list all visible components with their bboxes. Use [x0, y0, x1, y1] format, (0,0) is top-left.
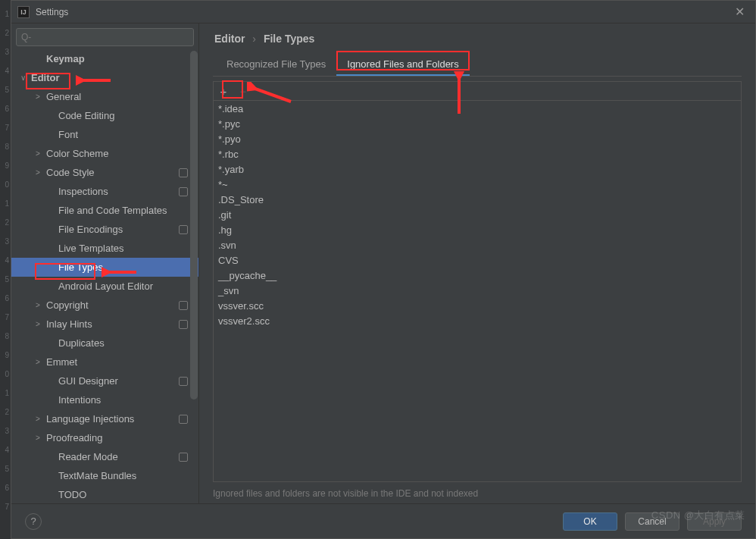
tab-recognized-file-types[interactable]: Recognized File Types	[216, 54, 336, 76]
scope-badge-icon	[179, 453, 188, 462]
sidebar-item-gui-designer[interactable]: GUI Designer	[11, 371, 198, 390]
scope-badge-icon	[179, 187, 188, 196]
search-input[interactable]	[16, 28, 194, 46]
remove-button[interactable]: −	[233, 82, 253, 100]
sidebar-item-label: Emmet	[46, 356, 77, 368]
sidebar-item-label: Keymap	[46, 53, 85, 64]
sidebar-item-label: Android Layout Editor	[58, 280, 153, 292]
chevron-right-icon: >	[36, 320, 46, 328]
sidebar-item-copyright[interactable]: >Copyright	[11, 296, 198, 315]
sidebar-item-label: GUI Designer	[58, 375, 118, 387]
tab-ignored-files-folders[interactable]: Ignored Files and Folders	[336, 54, 469, 76]
sidebar-item-label: Reader Mode	[58, 451, 118, 462]
sidebar-item-label: Inspections	[58, 186, 108, 197]
help-button[interactable]: ?	[25, 513, 42, 530]
sidebar-item-label: TextMate Bundles	[58, 470, 136, 481]
list-item[interactable]: *.yarb	[214, 161, 741, 177]
sidebar-item-proofreading[interactable]: >Proofreading	[11, 428, 198, 447]
close-icon[interactable]: ✕	[730, 3, 749, 20]
sidebar-item-emmet[interactable]: >Emmet	[11, 353, 198, 371]
chevron-right-icon: ›	[252, 33, 256, 45]
sidebar-item-general[interactable]: >General	[11, 87, 198, 106]
chevron-down-icon: ∨	[20, 74, 31, 82]
sidebar-item-code-style[interactable]: >Code Style	[11, 163, 198, 182]
sidebar-scrollbar[interactable]	[190, 51, 198, 400]
sidebar-item-android-layout-editor[interactable]: Android Layout Editor	[11, 277, 198, 296]
chevron-right-icon: >	[36, 415, 46, 423]
chevron-right-icon: >	[36, 301, 46, 309]
sidebar-item-file-types[interactable]: File Types	[11, 258, 198, 277]
list-item[interactable]: vssver.scc	[214, 298, 741, 313]
sidebar-item-reader-mode[interactable]: Reader Mode	[11, 447, 198, 466]
sidebar-item-label: Intentions	[58, 394, 101, 406]
list-item[interactable]: .git	[214, 207, 741, 222]
sidebar-item-language-injections[interactable]: >Language Injections	[11, 409, 198, 428]
sidebar-item-inspections[interactable]: Inspections	[11, 182, 198, 201]
sidebar-item-label: Duplicates	[58, 337, 105, 349]
breadcrumb: Editor › File Types	[214, 33, 742, 45]
sidebar-item-label: File and Code Templates	[58, 205, 167, 216]
sidebar-item-live-templates[interactable]: Live Templates	[11, 239, 198, 258]
list-item[interactable]: vssver2.scc	[214, 313, 741, 328]
ignored-toolbar: + −	[214, 82, 741, 101]
cancel-button[interactable]: Cancel	[625, 512, 679, 531]
scope-badge-icon	[179, 377, 188, 386]
sidebar-item-inlay-hints[interactable]: >Inlay Hints	[11, 315, 198, 334]
settings-main: Editor › File Types Recognized File Type…	[199, 24, 755, 503]
breadcrumb-root[interactable]: Editor	[214, 33, 245, 45]
list-item[interactable]: .hg	[214, 222, 741, 237]
scope-badge-icon	[179, 415, 188, 424]
ignored-hint: Ignored files and folders are not visibl…	[213, 488, 742, 499]
list-item[interactable]: CVS	[214, 252, 741, 268]
list-item[interactable]: .DS_Store	[214, 192, 741, 207]
chevron-right-icon: >	[36, 92, 46, 101]
settings-tree[interactable]: Keymap∨Editor>GeneralCode EditingFont>Co…	[11, 49, 198, 503]
sidebar-item-font[interactable]: Font	[11, 125, 198, 144]
list-item[interactable]: _svn	[214, 283, 741, 298]
sidebar-item-label: Copyright	[46, 299, 89, 311]
sidebar-item-label: Code Style	[46, 167, 95, 178]
sidebar-item-label: Color Scheme	[46, 148, 108, 159]
ignored-list[interactable]: *.idea*.pyc*.pyo*.rbc*.yarb*~.DS_Store.g…	[214, 101, 741, 481]
sidebar-item-label: Editor	[31, 72, 60, 83]
add-button[interactable]: +	[214, 82, 233, 100]
sidebar-item-duplicates[interactable]: Duplicates	[11, 334, 198, 353]
tab-bar: Recognized File Types Ignored Files and …	[213, 54, 742, 77]
list-item[interactable]: __pycache__	[214, 268, 741, 283]
sidebar-item-todo[interactable]: TODO	[11, 485, 198, 503]
sidebar-item-label: Proofreading	[46, 432, 102, 443]
ignored-panel: + − *.idea*.pyc*.pyo*.rbc*.yarb*~.DS_Sto…	[213, 81, 742, 482]
sidebar-item-label: Font	[58, 129, 78, 140]
list-item[interactable]: *.rbc	[214, 146, 741, 161]
sidebar-item-file-and-code-templates[interactable]: File and Code Templates	[11, 201, 198, 220]
apply-button[interactable]: Apply	[687, 512, 742, 531]
sidebar-item-label: Live Templates	[58, 243, 123, 254]
editor-gutter: 123456789012345678901234567	[0, 0, 11, 539]
scope-badge-icon	[179, 320, 188, 329]
sidebar-item-label: Inlay Hints	[46, 318, 92, 330]
sidebar-item-label: TODO	[58, 489, 86, 500]
window-title: Settings	[36, 7, 68, 17]
scope-badge-icon	[179, 168, 188, 177]
chevron-right-icon: >	[36, 149, 46, 158]
sidebar-item-color-scheme[interactable]: >Color Scheme	[11, 144, 198, 163]
list-item[interactable]: *.idea	[214, 101, 741, 116]
sidebar-item-code-editing[interactable]: Code Editing	[11, 106, 198, 125]
sidebar-item-label: File Encodings	[58, 224, 123, 235]
sidebar-item-textmate-bundles[interactable]: TextMate Bundles	[11, 466, 198, 485]
dialog-footer: ? OK Cancel Apply	[11, 503, 755, 538]
sidebar-item-keymap[interactable]: Keymap	[11, 49, 198, 68]
list-item[interactable]: .svn	[214, 237, 741, 252]
list-item[interactable]: *.pyc	[214, 116, 741, 131]
sidebar-item-editor[interactable]: ∨Editor	[11, 68, 198, 87]
app-icon: IJ	[17, 6, 30, 18]
list-item[interactable]: *.pyo	[214, 131, 741, 146]
list-item[interactable]: *~	[214, 177, 741, 192]
ok-button[interactable]: OK	[563, 512, 617, 531]
sidebar-item-label: Code Editing	[58, 110, 114, 121]
sidebar-item-label: File Types	[58, 262, 103, 273]
sidebar-item-intentions[interactable]: Intentions	[11, 390, 198, 409]
titlebar: IJ Settings ✕	[11, 1, 755, 24]
sidebar-item-file-encodings[interactable]: File Encodings	[11, 220, 198, 239]
chevron-right-icon: >	[36, 434, 46, 442]
